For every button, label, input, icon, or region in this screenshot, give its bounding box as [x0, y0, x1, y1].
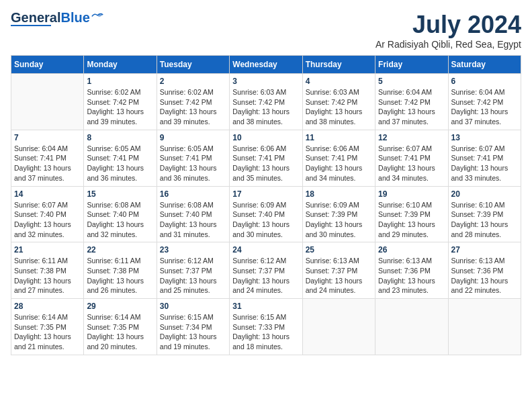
day-number: 25: [306, 245, 372, 255]
day-number: 19: [378, 189, 445, 199]
table-row: 5Sunrise: 6:04 AMSunset: 7:42 PMDaylight…: [375, 74, 448, 130]
header-sunday: Sunday: [11, 56, 84, 74]
day-info: Sunrise: 6:05 AMSunset: 7:41 PMDaylight:…: [160, 144, 226, 183]
day-number: 17: [232, 189, 299, 199]
day-number: 22: [87, 245, 153, 255]
page-header: GeneralBlue July 2024 Ar Radisiyah Qibli…: [11, 11, 521, 50]
day-info: Sunrise: 6:02 AMSunset: 7:42 PMDaylight:…: [87, 87, 153, 127]
calendar-week-row: 21Sunrise: 6:11 AMSunset: 7:38 PMDayligh…: [11, 242, 521, 299]
table-row: 26Sunrise: 6:13 AMSunset: 7:36 PMDayligh…: [375, 242, 448, 299]
day-number: 30: [160, 302, 226, 311]
calendar-week-row: 14Sunrise: 6:07 AMSunset: 7:40 PMDayligh…: [11, 186, 521, 242]
day-number: 28: [14, 302, 81, 311]
table-row: 4Sunrise: 6:03 AMSunset: 7:42 PMDaylight…: [302, 74, 375, 130]
table-row: 3Sunrise: 6:03 AMSunset: 7:42 PMDaylight…: [230, 74, 302, 130]
logo: GeneralBlue: [11, 11, 103, 26]
day-number: 3: [232, 77, 299, 86]
day-info: Sunrise: 6:09 AMSunset: 7:39 PMDaylight:…: [306, 200, 372, 240]
table-row: [302, 299, 375, 355]
day-number: 14: [14, 189, 81, 199]
day-info: Sunrise: 6:13 AMSunset: 7:36 PMDaylight:…: [378, 256, 445, 295]
table-row: 11Sunrise: 6:06 AMSunset: 7:41 PMDayligh…: [302, 130, 375, 186]
table-row: 13Sunrise: 6:07 AMSunset: 7:41 PMDayligh…: [448, 130, 521, 186]
day-info: Sunrise: 6:11 AMSunset: 7:38 PMDaylight:…: [87, 256, 153, 295]
day-info: Sunrise: 6:07 AMSunset: 7:41 PMDaylight:…: [451, 144, 518, 183]
calendar-header-row: Sunday Monday Tuesday Wednesday Thursday…: [11, 56, 521, 74]
day-info: Sunrise: 6:05 AMSunset: 7:41 PMDaylight:…: [87, 144, 153, 183]
day-number: 31: [232, 302, 299, 311]
table-row: [448, 299, 521, 355]
day-number: 2: [160, 77, 226, 86]
day-info: Sunrise: 6:08 AMSunset: 7:40 PMDaylight:…: [160, 200, 226, 240]
table-row: 30Sunrise: 6:15 AMSunset: 7:34 PMDayligh…: [157, 299, 229, 355]
day-info: Sunrise: 6:04 AMSunset: 7:41 PMDaylight:…: [14, 144, 81, 183]
table-row: [375, 299, 448, 355]
day-number: 20: [451, 189, 518, 199]
table-row: 16Sunrise: 6:08 AMSunset: 7:40 PMDayligh…: [157, 186, 229, 242]
day-info: Sunrise: 6:07 AMSunset: 7:40 PMDaylight:…: [14, 200, 81, 240]
title-area: July 2024 Ar Radisiyah Qibli, Red Sea, E…: [375, 11, 521, 50]
calendar-week-row: 7Sunrise: 6:04 AMSunset: 7:41 PMDaylight…: [11, 130, 521, 186]
table-row: 12Sunrise: 6:07 AMSunset: 7:41 PMDayligh…: [375, 130, 448, 186]
table-row: 23Sunrise: 6:12 AMSunset: 7:37 PMDayligh…: [157, 242, 229, 299]
table-row: 21Sunrise: 6:11 AMSunset: 7:38 PMDayligh…: [11, 242, 84, 299]
calendar-table: Sunday Monday Tuesday Wednesday Thursday…: [11, 55, 521, 355]
day-number: 29: [87, 302, 153, 311]
table-row: 7Sunrise: 6:04 AMSunset: 7:41 PMDaylight…: [11, 130, 84, 186]
day-number: 12: [378, 133, 445, 142]
day-number: 8: [87, 133, 153, 142]
header-friday: Friday: [375, 56, 448, 74]
day-info: Sunrise: 6:02 AMSunset: 7:42 PMDaylight:…: [160, 87, 226, 127]
day-info: Sunrise: 6:15 AMSunset: 7:33 PMDaylight:…: [232, 312, 299, 352]
day-info: Sunrise: 6:08 AMSunset: 7:40 PMDaylight:…: [87, 200, 153, 240]
day-number: 23: [160, 245, 226, 255]
table-row: 25Sunrise: 6:13 AMSunset: 7:37 PMDayligh…: [302, 242, 375, 299]
logo-text: GeneralBlue: [11, 11, 90, 24]
table-row: [11, 74, 84, 130]
day-info: Sunrise: 6:15 AMSunset: 7:34 PMDaylight:…: [160, 312, 226, 352]
day-info: Sunrise: 6:12 AMSunset: 7:37 PMDaylight:…: [160, 256, 226, 295]
day-info: Sunrise: 6:06 AMSunset: 7:41 PMDaylight:…: [232, 144, 299, 183]
day-number: 16: [160, 189, 226, 199]
table-row: 10Sunrise: 6:06 AMSunset: 7:41 PMDayligh…: [230, 130, 302, 186]
table-row: 31Sunrise: 6:15 AMSunset: 7:33 PMDayligh…: [230, 299, 302, 355]
logo-bird-icon: [91, 11, 103, 21]
day-number: 11: [306, 133, 372, 142]
table-row: 15Sunrise: 6:08 AMSunset: 7:40 PMDayligh…: [84, 186, 157, 242]
day-info: Sunrise: 6:13 AMSunset: 7:36 PMDaylight:…: [451, 256, 518, 295]
month-title: July 2024: [375, 11, 521, 39]
table-row: 27Sunrise: 6:13 AMSunset: 7:36 PMDayligh…: [448, 242, 521, 299]
day-number: 13: [451, 133, 518, 142]
day-number: 5: [378, 77, 445, 86]
table-row: 17Sunrise: 6:09 AMSunset: 7:40 PMDayligh…: [230, 186, 302, 242]
header-monday: Monday: [84, 56, 157, 74]
day-number: 6: [451, 77, 518, 86]
table-row: 20Sunrise: 6:10 AMSunset: 7:39 PMDayligh…: [448, 186, 521, 242]
day-info: Sunrise: 6:14 AMSunset: 7:35 PMDaylight:…: [14, 312, 81, 352]
day-info: Sunrise: 6:07 AMSunset: 7:41 PMDaylight:…: [378, 144, 445, 183]
table-row: 6Sunrise: 6:04 AMSunset: 7:42 PMDaylight…: [448, 74, 521, 130]
day-number: 4: [306, 77, 372, 86]
table-row: 18Sunrise: 6:09 AMSunset: 7:39 PMDayligh…: [302, 186, 375, 242]
day-info: Sunrise: 6:14 AMSunset: 7:35 PMDaylight:…: [87, 312, 153, 352]
header-saturday: Saturday: [448, 56, 521, 74]
day-number: 27: [451, 245, 518, 255]
day-info: Sunrise: 6:11 AMSunset: 7:38 PMDaylight:…: [14, 256, 81, 295]
day-number: 18: [306, 189, 372, 199]
day-number: 9: [160, 133, 226, 142]
table-row: 1Sunrise: 6:02 AMSunset: 7:42 PMDaylight…: [84, 74, 157, 130]
calendar-week-row: 1Sunrise: 6:02 AMSunset: 7:42 PMDaylight…: [11, 74, 521, 130]
table-row: 28Sunrise: 6:14 AMSunset: 7:35 PMDayligh…: [11, 299, 84, 355]
day-info: Sunrise: 6:03 AMSunset: 7:42 PMDaylight:…: [306, 87, 372, 127]
table-row: 14Sunrise: 6:07 AMSunset: 7:40 PMDayligh…: [11, 186, 84, 242]
location-subtitle: Ar Radisiyah Qibli, Red Sea, Egypt: [375, 39, 521, 50]
day-info: Sunrise: 6:13 AMSunset: 7:37 PMDaylight:…: [306, 256, 372, 295]
header-wednesday: Wednesday: [230, 56, 302, 74]
day-info: Sunrise: 6:04 AMSunset: 7:42 PMDaylight:…: [451, 87, 518, 127]
day-info: Sunrise: 6:09 AMSunset: 7:40 PMDaylight:…: [232, 200, 299, 240]
day-info: Sunrise: 6:10 AMSunset: 7:39 PMDaylight:…: [451, 200, 518, 240]
table-row: 19Sunrise: 6:10 AMSunset: 7:39 PMDayligh…: [375, 186, 448, 242]
day-number: 15: [87, 189, 153, 199]
table-row: 2Sunrise: 6:02 AMSunset: 7:42 PMDaylight…: [157, 74, 229, 130]
day-number: 10: [232, 133, 299, 142]
